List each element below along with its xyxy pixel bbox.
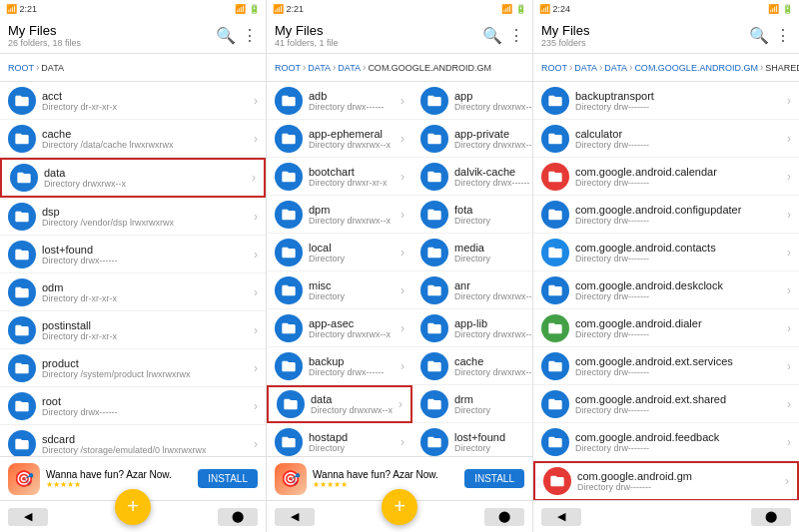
nav-back-button[interactable]: ◀ <box>275 508 315 526</box>
list-item[interactable]: com.google.android.feedbackDirectory drw… <box>533 423 799 461</box>
list-item[interactable]: dspDirectory /vendor/dsp lrwxrwxrwx› <box>0 198 266 236</box>
list-item[interactable]: odmDirectory dr-xr-xr-x› <box>0 273 266 311</box>
search-icon[interactable]: 🔍 <box>216 26 236 45</box>
chevron-right-icon[interactable]: › <box>254 94 258 108</box>
chevron-right-icon[interactable]: › <box>787 283 791 297</box>
breadcrumb-item[interactable]: COM.GOOGLE.ANDROID.GM <box>368 63 491 73</box>
ad-install-button[interactable]: INSTALL <box>464 469 524 488</box>
nav-back-button[interactable]: ◀ <box>541 508 581 526</box>
search-icon[interactable]: 🔍 <box>482 26 502 45</box>
chevron-right-icon[interactable]: › <box>400 208 404 222</box>
list-item[interactable]: com.google.android.dialerDirectory drw--… <box>533 309 799 347</box>
chevron-right-icon[interactable]: › <box>787 397 791 411</box>
breadcrumb-item[interactable]: ROOT <box>541 63 567 73</box>
chevron-right-icon[interactable]: › <box>400 283 404 297</box>
fab-button[interactable]: + <box>382 489 417 525</box>
list-item[interactable]: rootDirectory drwx------› <box>0 387 266 425</box>
more-icon[interactable]: ⋮ <box>775 26 791 45</box>
chevron-right-icon[interactable]: › <box>400 321 404 335</box>
chevron-right-icon[interactable]: › <box>254 437 258 451</box>
list-item[interactable]: localDirectory› <box>267 234 412 271</box>
list-item[interactable]: hostapdDirectory› <box>267 423 412 456</box>
list-item[interactable]: com.google.android.calendarDirectory drw… <box>533 158 799 196</box>
chevron-right-icon[interactable]: › <box>254 285 258 299</box>
chevron-right-icon[interactable]: › <box>254 399 258 413</box>
chevron-right-icon[interactable]: › <box>787 435 791 449</box>
list-item[interactable]: drmDirectory› <box>412 385 532 423</box>
chevron-right-icon[interactable]: › <box>400 246 404 260</box>
list-item[interactable]: lost+foundDirectory› <box>412 423 532 456</box>
list-item[interactable]: appDirectory drwxrwx--x› <box>412 82 532 120</box>
list-item[interactable]: com.google.android.contactsDirectory drw… <box>533 234 799 271</box>
list-item[interactable]: app-ephemeralDirectory drwxrwx--x› <box>267 120 412 158</box>
search-icon[interactable]: 🔍 <box>749 26 769 45</box>
breadcrumb-item[interactable]: SHARED <box>765 63 799 73</box>
chevron-right-icon[interactable]: › <box>254 323 258 337</box>
list-item[interactable]: calculatorDirectory drw-------› <box>533 120 799 158</box>
list-item[interactable]: fotaDirectory› <box>412 196 532 234</box>
breadcrumb-item[interactable]: DATA <box>308 63 331 73</box>
chevron-right-icon[interactable]: › <box>400 359 404 373</box>
breadcrumb-item[interactable]: ROOT <box>275 63 301 73</box>
chevron-right-icon[interactable]: › <box>787 359 791 373</box>
list-item[interactable]: sdcardDirectory /storage/emulated/0 lrwx… <box>0 425 266 456</box>
list-item[interactable]: adbDirectory drwx------› <box>267 82 412 120</box>
nav-home-button[interactable]: ⬤ <box>218 508 258 526</box>
list-item[interactable]: com.google.android.ext.sharedDirectory d… <box>533 385 799 423</box>
breadcrumb-item[interactable]: DATA <box>574 63 597 73</box>
chevron-right-icon[interactable]: › <box>787 208 791 222</box>
chevron-right-icon[interactable]: › <box>254 210 258 224</box>
list-item[interactable]: miscDirectory› <box>267 271 412 309</box>
breadcrumb-item[interactable]: DATA <box>338 63 361 73</box>
chevron-right-icon[interactable]: › <box>787 170 791 184</box>
chevron-right-icon[interactable]: › <box>787 94 791 108</box>
chevron-right-icon[interactable]: › <box>785 474 789 488</box>
chevron-right-icon[interactable]: › <box>254 361 258 375</box>
breadcrumb-item[interactable]: DATA <box>604 63 627 73</box>
chevron-right-icon[interactable]: › <box>400 435 404 449</box>
chevron-right-icon[interactable]: › <box>400 132 404 146</box>
ad-install-button[interactable]: INSTALL <box>198 469 258 488</box>
chevron-right-icon[interactable]: › <box>254 132 258 146</box>
list-item[interactable]: backupDirectory drwx------› <box>267 347 412 385</box>
chevron-right-icon[interactable]: › <box>399 397 402 411</box>
more-icon[interactable]: ⋮ <box>508 26 524 45</box>
list-item[interactable]: backuptransportDirectory drw-------› <box>533 82 799 120</box>
list-item[interactable]: dpmDirectory drwxrwx--x› <box>267 196 412 234</box>
list-item[interactable]: app-libDirectory drwxrwx--x› <box>412 309 532 347</box>
list-item[interactable]: anrDirectory drwxrwx--x› <box>412 271 532 309</box>
list-item[interactable]: acctDirectory dr-xr-xr-x› <box>0 82 266 120</box>
list-item[interactable]: postinstallDirectory dr-xr-xr-x› <box>0 311 266 349</box>
list-item[interactable]: cacheDirectory drwxrwx--x› <box>412 347 532 385</box>
chevron-right-icon[interactable]: › <box>787 246 791 260</box>
nav-home-button[interactable]: ⬤ <box>484 508 524 526</box>
chevron-right-icon[interactable]: › <box>400 94 404 108</box>
breadcrumb-item[interactable]: COM.GOOGLE.ANDROID.GM <box>634 63 758 73</box>
list-item[interactable]: cacheDirectory /data/cache lrwxrwxrwx› <box>0 120 266 158</box>
breadcrumb-item[interactable]: ROOT <box>8 63 34 73</box>
breadcrumb-item[interactable]: DATA <box>41 63 64 73</box>
list-item[interactable]: com.google.android.gmDirectory drw------… <box>533 461 799 500</box>
list-item[interactable]: com.google.android.configupdaterDirector… <box>533 196 799 234</box>
list-item[interactable]: mediaDirectory› <box>412 234 532 271</box>
chevron-right-icon[interactable]: › <box>252 171 256 185</box>
list-item[interactable]: dataDirectory drwxrwx--x› <box>267 385 412 423</box>
chevron-right-icon[interactable]: › <box>400 170 404 184</box>
list-item[interactable]: dataDirectory drwxrwx--x› <box>0 158 266 198</box>
list-item[interactable]: com.google.android.deskclockDirectory dr… <box>533 271 799 309</box>
list-item[interactable]: bootchartDirectory drwxr-xr-x› <box>267 158 412 196</box>
nav-back-button[interactable]: ◀ <box>8 508 48 526</box>
list-item[interactable]: productDirectory /system/product lrwxrwx… <box>0 349 266 387</box>
fab-button[interactable]: + <box>115 489 151 525</box>
list-item[interactable]: app-privateDirectory drwxrwx--x› <box>412 120 532 158</box>
chevron-right-icon[interactable]: › <box>787 132 791 146</box>
more-icon[interactable]: ⋮ <box>242 26 258 45</box>
list-item[interactable]: lost+foundDirectory drwx------› <box>0 236 266 273</box>
list-item[interactable]: com.google.android.ext.servicesDirectory… <box>533 347 799 385</box>
list-item[interactable]: dalvik-cacheDirectory drwx------› <box>412 158 532 196</box>
nav-home-button[interactable]: ⬤ <box>751 508 791 526</box>
file-avatar <box>275 125 303 153</box>
list-item[interactable]: app-asecDirectory drwxrwx--x› <box>267 309 412 347</box>
chevron-right-icon[interactable]: › <box>787 321 791 335</box>
chevron-right-icon[interactable]: › <box>254 248 258 262</box>
